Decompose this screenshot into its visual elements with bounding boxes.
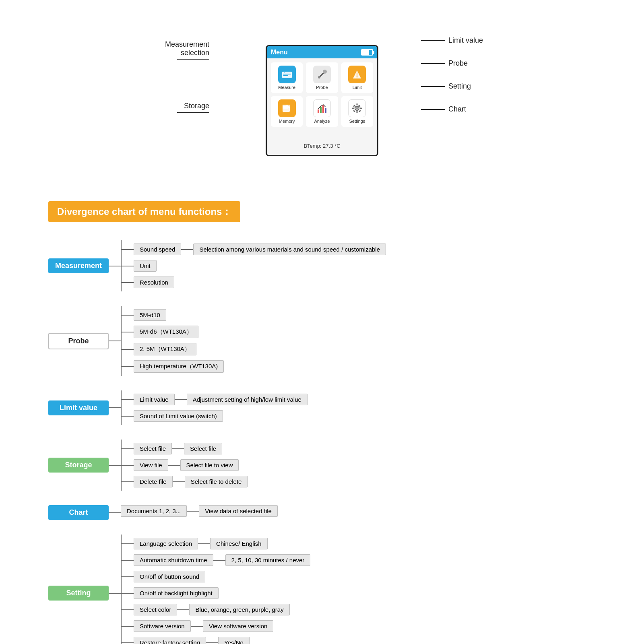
- label-setting-right: Setting: [421, 82, 483, 91]
- desc-lang: Chinese/ English: [210, 538, 268, 549]
- screen-title: Menu: [271, 49, 288, 56]
- svg-rect-24: [359, 110, 361, 112]
- temp-display: BTemp: 27.3 °C: [303, 143, 340, 149]
- screen-grid: Measure Probe: [267, 58, 377, 131]
- group-setting: Setting Language selection Chinese/ Engl…: [48, 535, 596, 644]
- menu-label-memory: Memory: [279, 119, 295, 124]
- group-limit-value: Limit value Limit value Adjustment setti…: [48, 390, 596, 425]
- desc-software: View software version: [203, 620, 274, 632]
- menu-label-analyze: Analyze: [314, 119, 330, 124]
- group-probe: Probe 5M-d10 5M-d6（WT130A）: [48, 306, 596, 376]
- desc-sound-speed: Selection among various materials and so…: [193, 244, 386, 255]
- label-limit-value-box: Limit value: [48, 400, 109, 415]
- svg-rect-23: [353, 105, 355, 107]
- label-measurement: Measurement: [48, 258, 109, 273]
- sub-box-color: Select color: [134, 604, 177, 615]
- svg-rect-14: [320, 107, 322, 113]
- branch-chart-docs: Documents 1, 2, 3... View data of select…: [121, 505, 278, 517]
- branch-color: Select color Blue, orange, green, purple…: [122, 604, 310, 615]
- menu-item-analyze[interactable]: Analyze: [306, 96, 338, 127]
- desc-docs: View data of selected file: [199, 505, 278, 517]
- svg-point-18: [356, 107, 358, 109]
- svg-rect-19: [357, 103, 358, 105]
- branch-resolution: Resolution: [122, 277, 386, 288]
- menu-item-probe[interactable]: Probe: [306, 62, 338, 93]
- sub-box-select-file: Select file: [134, 443, 172, 454]
- branch-view-file: View file Select file to view: [122, 459, 248, 471]
- sub-box-button-sound: On/off of button sound: [134, 571, 205, 582]
- branch-sound-limit: Sound of Limit value (switch): [122, 410, 308, 422]
- sub-box-docs: Documents 1, 2, 3...: [121, 505, 187, 517]
- divergence-chart: Measurement Sound speed Selection among …: [24, 240, 620, 644]
- label-storage-box: Storage: [48, 458, 109, 473]
- screen-header: Menu: [267, 46, 377, 58]
- branch-shutdown: Automatic shutdown time 2, 5, 10, 30 min…: [122, 554, 310, 566]
- sub-box-limit-value: Limit value: [134, 394, 175, 405]
- label-measurement-selection: Measurementselection: [165, 40, 209, 60]
- group-storage: Storage Select file Select file: [48, 440, 596, 491]
- desc-delete-file: Select file to delete: [185, 476, 248, 487]
- desc-select-file: Select file: [184, 443, 222, 454]
- label-storage: Storage: [165, 102, 209, 113]
- branch-factory: Restore factory setting Yes/No: [122, 637, 310, 644]
- label-limit-value: Limit value: [421, 36, 483, 45]
- svg-rect-12: [283, 105, 288, 109]
- desc-view-file: Select file to view: [180, 459, 239, 471]
- menu-item-limit[interactable]: Limit: [341, 62, 373, 93]
- desc-limit-value: Adjustment setting of high/low limit val…: [187, 394, 308, 405]
- sub-box-resolution: Resolution: [134, 277, 174, 288]
- branch-lang: Language selection Chinese/ English: [122, 538, 310, 549]
- sub-box-factory: Restore factory setting: [134, 637, 206, 644]
- label-setting-box: Setting: [48, 586, 109, 601]
- svg-rect-0: [282, 72, 292, 78]
- svg-point-6: [318, 76, 320, 78]
- label-chart-right: Chart: [421, 105, 483, 114]
- branch-button-sound: On/off of button sound: [122, 571, 310, 582]
- screen-footer: BTemp: 27.3 °C: [267, 131, 377, 155]
- sub-box-shutdown: Automatic shutdown time: [134, 554, 213, 566]
- sub-box-delete-file: Delete file: [134, 476, 173, 487]
- branch-select-file: Select file Select file: [122, 443, 248, 454]
- sub-box-view-file: View file: [134, 459, 168, 471]
- svg-point-9: [357, 76, 358, 78]
- sub-box-high-temp: High temperature（WT130A): [134, 360, 224, 373]
- svg-rect-20: [357, 111, 358, 113]
- svg-rect-21: [352, 108, 354, 109]
- menu-item-measure[interactable]: Measure: [271, 62, 303, 93]
- sub-box-backlight: On/off of backlight highlight: [134, 587, 219, 599]
- menu-label-measure: Measure: [278, 85, 295, 90]
- menu-item-memory[interactable]: Memory: [271, 96, 303, 127]
- label-chart-box: Chart: [48, 505, 109, 520]
- branch-high-temp: High temperature（WT130A): [122, 360, 224, 373]
- desc-factory: Yes/No: [218, 637, 250, 644]
- sub-box-5m-d6: 5M-d6（WT130A）: [134, 326, 198, 338]
- label-probe: Probe: [48, 333, 109, 349]
- svg-rect-16: [325, 108, 326, 113]
- svg-rect-22: [360, 108, 362, 109]
- branch-2-5m: 2. 5M（WT130A）: [122, 343, 224, 355]
- menu-label-probe: Probe: [316, 85, 328, 90]
- sub-box-lang: Language selection: [134, 538, 198, 549]
- left-labels: Measurementselection Storage: [165, 40, 209, 113]
- desc-shutdown: 2, 5, 10, 30 minutes / never: [225, 554, 311, 566]
- sub-box-2-5m: 2. 5M（WT130A）: [134, 343, 196, 355]
- menu-item-settings[interactable]: Settings: [341, 96, 373, 127]
- device-screen: Menu: [266, 45, 378, 156]
- branch-sound-speed: Sound speed Selection among various mate…: [122, 244, 386, 255]
- branch-unit: Unit: [122, 260, 386, 272]
- section-title: Divergence chart of menu functions：: [48, 201, 240, 222]
- branch-software: Software version View software version: [122, 620, 310, 632]
- sub-box-software: Software version: [134, 620, 191, 632]
- branch-5m-d10: 5M-d10: [122, 309, 224, 321]
- branch-5m-d6: 5M-d6（WT130A）: [122, 326, 224, 338]
- label-probe-right: Probe: [421, 59, 483, 68]
- menu-label-limit: Limit: [353, 85, 362, 90]
- branch-backlight: On/off of backlight highlight: [122, 587, 310, 599]
- branch-delete-file: Delete file Select file to delete: [122, 476, 248, 487]
- top-section: Measurementselection Storage Menu: [24, 16, 620, 185]
- group-measurement: Measurement Sound speed Selection among …: [48, 240, 596, 291]
- svg-point-5: [323, 70, 327, 74]
- sub-box-sound-speed: Sound speed: [134, 244, 181, 255]
- menu-label-settings: Settings: [349, 119, 365, 124]
- svg-rect-13: [318, 109, 319, 113]
